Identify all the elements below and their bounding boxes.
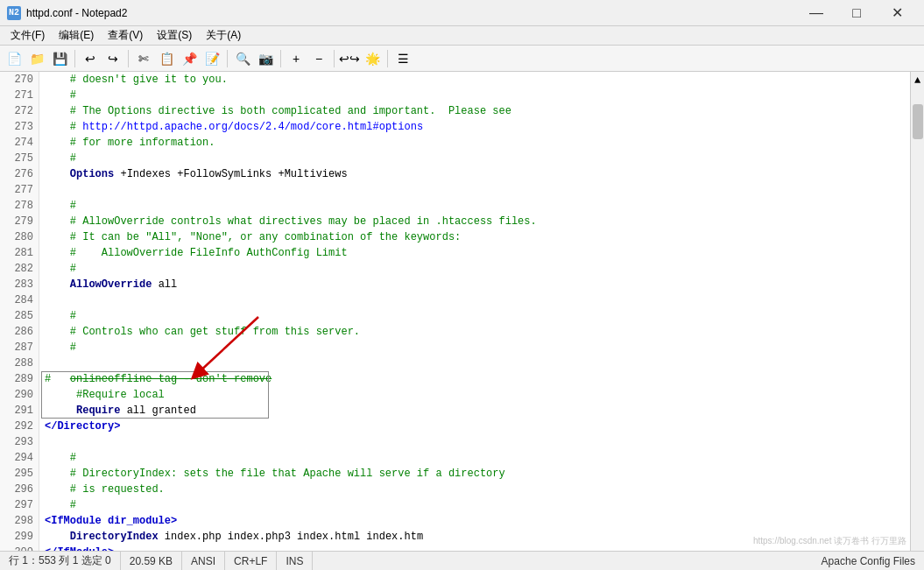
status-position: 行 1：553 列 1 选定 0	[0, 552, 121, 570]
app-icon: N2	[7, 6, 21, 20]
code-line	[45, 434, 910, 450]
wrap-button[interactable]: ↩↪	[339, 48, 360, 69]
maximize-button[interactable]: □	[836, 0, 877, 26]
code-line: #	[45, 198, 910, 214]
editor[interactable]: 2702712722732742752762772782792802812822…	[0, 72, 924, 551]
code-line: AllowOverride all	[45, 277, 910, 292]
code-line: # AllowOverride controls what directives…	[45, 214, 910, 229]
copy-button[interactable]: 📋	[156, 48, 177, 69]
line-number: 270	[0, 72, 39, 88]
sep4	[280, 50, 281, 67]
toolbar: 📄 📁 💾 ↩ ↪ ✄ 📋 📌 📝 🔍 📷 + − ↩↪ 🌟 ☰	[0, 46, 924, 72]
line-number: 285	[0, 308, 39, 324]
zoom-out-button[interactable]: −	[308, 48, 329, 69]
status-size: 20.59 KB	[121, 552, 182, 570]
code-line	[45, 292, 910, 308]
line-number: 282	[0, 261, 39, 277]
close-button[interactable]: ✕	[877, 0, 917, 26]
window-controls: — □ ✕	[796, 0, 917, 26]
line-number: 292	[0, 419, 39, 434]
titlebar: N2 httpd.conf - Notepad2 — □ ✕	[0, 0, 924, 26]
code-line: #	[45, 450, 910, 466]
code-line: Require all granted	[45, 403, 910, 419]
line-number: 289	[0, 371, 39, 387]
status-scheme: Apache Config Files	[813, 552, 924, 570]
status-encoding: ANSI	[182, 552, 225, 570]
line-number: 293	[0, 434, 39, 450]
code-line: #	[45, 340, 910, 355]
code-line	[45, 182, 910, 198]
menu-settings[interactable]: 设置(S)	[150, 26, 199, 45]
zoom-in-button[interactable]: +	[286, 48, 307, 69]
line-number: 299	[0, 529, 39, 545]
code-line: # It can be "All", "None", or any combin…	[45, 229, 910, 245]
code-line: # Controls who can get stuff from this s…	[45, 324, 910, 340]
paste-button[interactable]: 📌	[179, 48, 200, 69]
menu-view[interactable]: 查看(V)	[101, 26, 150, 45]
redo-button[interactable]: ↪	[102, 48, 123, 69]
scheme-button[interactable]: 🌟	[362, 48, 383, 69]
minimize-button[interactable]: —	[796, 0, 836, 26]
line-number: 283	[0, 277, 39, 292]
line-numbers: 2702712722732742752762772782792802812822…	[0, 72, 39, 551]
menu-about[interactable]: 关于(A)	[199, 26, 248, 45]
line-number: 277	[0, 182, 39, 198]
line-number: 287	[0, 340, 39, 355]
code-line: # doesn't give it to you.	[45, 72, 910, 88]
code-line: # is requested.	[45, 482, 910, 497]
code-line: # http://httpd.apache.org/docs/2.4/mod/c…	[45, 119, 910, 135]
line-number: 295	[0, 466, 39, 482]
code-line: #	[45, 261, 910, 277]
code-line: </Directory>	[45, 419, 910, 434]
extra2-button[interactable]: ☰	[392, 48, 413, 69]
code-area[interactable]: # doesn't give it to you. # # The Option…	[39, 72, 910, 551]
code-line: # DirectoryIndex: sets the file that Apa…	[45, 466, 910, 482]
save-button[interactable]: 💾	[49, 48, 70, 69]
code-line: DirectoryIndex index.php index.php3 inde…	[45, 529, 910, 545]
open-button[interactable]: 📁	[26, 48, 47, 69]
sep1	[74, 50, 75, 67]
line-number: 298	[0, 513, 39, 529]
line-number: 291	[0, 403, 39, 419]
sep2	[128, 50, 129, 67]
line-number: 281	[0, 245, 39, 261]
new-button[interactable]: 📄	[4, 48, 25, 69]
cut-button[interactable]: ✄	[133, 48, 154, 69]
code-line: # AllowOverride FileInfo AuthConfig Limi…	[45, 245, 910, 261]
scrollbar-vertical[interactable]: ▲	[910, 72, 924, 551]
code-line: # The Options directive is both complica…	[45, 103, 910, 119]
menu-edit[interactable]: 编辑(E)	[52, 26, 101, 45]
line-number: 274	[0, 135, 39, 151]
code-line: #Require local	[45, 387, 910, 403]
app-window: N2 httpd.conf - Notepad2 — □ ✕ 文件(F) 编辑(…	[0, 0, 924, 570]
window-title: httpd.conf - Notepad2	[26, 7, 127, 19]
code-line: #	[45, 151, 910, 166]
code-line: #	[45, 88, 910, 103]
code-line: </IfModule>	[45, 545, 910, 551]
line-number: 286	[0, 324, 39, 340]
line-number: 273	[0, 119, 39, 135]
extra-button[interactable]: 📝	[201, 48, 222, 69]
sep6	[387, 50, 388, 67]
scroll-up[interactable]: ▲	[914, 72, 920, 87]
print-button[interactable]: 📷	[255, 48, 276, 69]
line-number: 290	[0, 387, 39, 403]
find-button[interactable]: 🔍	[232, 48, 253, 69]
line-number: 294	[0, 450, 39, 466]
line-number: 279	[0, 214, 39, 229]
line-number: 300	[0, 545, 39, 551]
status-line-ending: CR+LF	[225, 552, 277, 570]
code-line: <IfModule dir_module>	[45, 513, 910, 529]
menubar: 文件(F) 编辑(E) 查看(V) 设置(S) 关于(A)	[0, 26, 924, 46]
code-line: # for more information.	[45, 135, 910, 151]
code-line	[45, 355, 910, 371]
scroll-thumb[interactable]	[913, 104, 923, 139]
line-number: 297	[0, 497, 39, 513]
code-line: #	[45, 308, 910, 324]
line-number: 276	[0, 166, 39, 182]
status-ins: INS	[277, 552, 313, 570]
line-number: 275	[0, 151, 39, 166]
line-number: 284	[0, 292, 39, 308]
undo-button[interactable]: ↩	[80, 48, 101, 69]
menu-file[interactable]: 文件(F)	[4, 26, 52, 45]
